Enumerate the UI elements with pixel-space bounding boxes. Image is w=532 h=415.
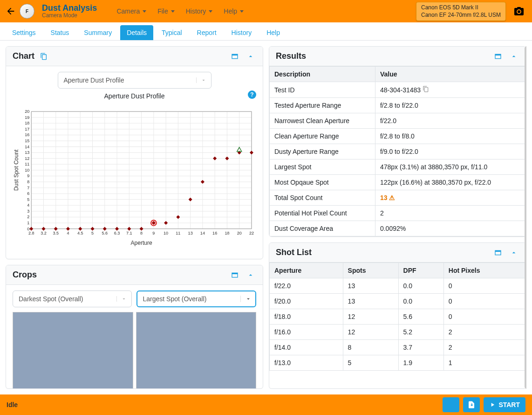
results-desc-cell: Most Opqaue Spot: [270, 175, 375, 190]
svg-text:5: 5: [91, 231, 94, 235]
svg-text:Aperture: Aperture: [130, 240, 152, 246]
tab-help[interactable]: Help: [260, 25, 286, 40]
window-icon[interactable]: [492, 53, 504, 60]
shotlist-cell: 13: [343, 294, 398, 309]
shotlist-cell: f/16.0: [270, 325, 343, 340]
table-row: Most Opqaue Spot122px (16.6%) at 3880,35…: [270, 175, 526, 190]
back-button[interactable]: [6, 6, 16, 16]
tab-typical[interactable]: Typical: [155, 25, 189, 40]
chevron-up-icon[interactable]: [508, 53, 519, 60]
svg-text:4: 4: [67, 231, 69, 235]
results-panel-body: DescriptionValue Test ID48-304-31483Test…: [269, 66, 526, 236]
export-button[interactable]: [463, 397, 480, 412]
crop-image-right: [136, 312, 257, 388]
results-value-cell: f/22.0: [375, 113, 525, 129]
tab-summary[interactable]: Summary: [77, 25, 118, 40]
window-icon[interactable]: [492, 249, 504, 256]
menu-file[interactable]: File: [153, 6, 179, 17]
svg-text:6.3: 6.3: [114, 231, 120, 235]
menu-camera[interactable]: Camera: [112, 6, 151, 17]
crops-left-select[interactable]: Darkest Spot (Overall): [13, 290, 132, 307]
svg-text:14: 14: [25, 145, 29, 149]
copy-icon[interactable]: [38, 53, 49, 60]
settings-button[interactable]: [443, 397, 459, 412]
results-value-cell: f/2.8 to f/22.0: [375, 98, 525, 113]
svg-text:12: 12: [25, 156, 29, 161]
chart-select[interactable]: Aperture Dust Profile: [58, 72, 211, 89]
results-desc-cell: Dust Coverage Area: [270, 221, 375, 236]
menu-history[interactable]: History: [181, 6, 218, 17]
start-button[interactable]: START: [484, 397, 525, 412]
results-header-cell: Value: [375, 67, 525, 82]
results-desc-cell: Tested Aperture Range: [270, 98, 375, 113]
top-bar: F Dust Analysis Camera Mode CameraFileHi…: [0, 0, 532, 22]
results-panel-title: Results: [276, 51, 306, 61]
svg-text:8: 8: [140, 231, 143, 235]
shotlist-cell: 0: [443, 278, 525, 294]
chevron-up-icon[interactable]: [245, 271, 256, 279]
tab-history[interactable]: History: [225, 25, 259, 40]
start-button-label: START: [498, 401, 520, 408]
shotlist-table: ApertureSpotsDPFHot Pixels f/22.0130.00f…: [269, 263, 526, 371]
chevron-down-icon: [240, 296, 255, 302]
table-row: Clean Aperture Rangef/2.8 to f/8.0: [270, 129, 526, 144]
chart-panel-body: Aperture Dust Profile ? Aperture Dust Pr…: [6, 66, 263, 259]
shotlist-header-cell: Aperture: [270, 263, 343, 278]
tab-details[interactable]: Details: [120, 25, 153, 40]
tab-report[interactable]: Report: [191, 25, 223, 40]
camera-info-badge: Canon EOS 5D Mark II Canon EF 24-70mm f/…: [416, 2, 506, 21]
svg-text:15: 15: [25, 138, 29, 143]
window-icon[interactable]: [229, 53, 240, 60]
svg-text:2: 2: [27, 215, 29, 220]
table-row: f/14.083.72: [270, 340, 526, 355]
svg-text:14: 14: [200, 231, 205, 235]
right-column: Results DescriptionValue Test ID48-304-3…: [269, 46, 526, 389]
app-logo: F: [20, 4, 34, 19]
camera-icon[interactable]: [513, 6, 525, 18]
warning-icon: ⚠: [389, 194, 395, 201]
table-row: Dusty Aperture Rangef/9.0 to f/22.0: [270, 144, 526, 159]
chart-panel-header: Chart: [6, 47, 263, 66]
svg-text:19: 19: [25, 115, 29, 120]
results-desc-cell: Narrowest Clean Aperture: [270, 113, 375, 129]
shotlist-cell: 0.0: [398, 278, 443, 294]
chevron-down-icon: [196, 77, 211, 83]
results-value-cell: 0.0092%: [375, 221, 525, 236]
shotlist-panel-title: Shot List: [276, 248, 312, 257]
crop-image-left: [13, 312, 133, 388]
chevron-up-icon[interactable]: [245, 53, 256, 60]
shotlist-cell: 0: [443, 309, 525, 325]
shotlist-cell: f/13.0: [270, 355, 343, 371]
results-value-cell: f/2.8 to f/8.0: [375, 129, 525, 144]
tab-status[interactable]: Status: [44, 25, 76, 40]
shotlist-panel: Shot List ApertureSpotsDPFHot Pixels f/2…: [269, 242, 526, 389]
chevron-up-icon[interactable]: [508, 249, 519, 256]
svg-text:11: 11: [25, 162, 29, 166]
results-desc-cell: Test ID: [270, 82, 375, 98]
shotlist-cell: 5.2: [398, 325, 443, 340]
tab-settings[interactable]: Settings: [6, 25, 42, 40]
svg-text:4.5: 4.5: [77, 231, 83, 235]
bottom-bar: Idle START: [0, 394, 532, 415]
window-icon[interactable]: [229, 271, 240, 279]
top-menu-bar: CameraFileHistoryHelp: [112, 6, 248, 17]
svg-text:9: 9: [27, 174, 29, 179]
crops-panel-body: Darkest Spot (Overall) Largest Spot (Ove…: [6, 285, 263, 388]
menu-help[interactable]: Help: [219, 6, 248, 17]
svg-text:13: 13: [188, 231, 193, 235]
results-desc-cell: Clean Aperture Range: [270, 129, 375, 144]
shotlist-cell: f/18.0: [270, 309, 343, 325]
shotlist-cell: 2: [443, 325, 525, 340]
copy-icon[interactable]: [423, 86, 429, 94]
svg-text:7.1: 7.1: [126, 231, 132, 235]
svg-text:3.5: 3.5: [53, 231, 59, 235]
app-subtitle: Camera Mode: [42, 12, 97, 19]
table-row: f/20.0130.00: [270, 294, 526, 309]
help-icon[interactable]: ?: [248, 90, 256, 99]
shotlist-cell: f/22.0: [270, 278, 343, 294]
chart-area: ? Aperture Dust Profile 0123456789101112…: [13, 92, 256, 253]
table-row: Test ID48-304-31483: [270, 82, 526, 98]
crops-right-select[interactable]: Largest Spot (Overall): [136, 290, 257, 307]
results-value-cell: 2: [375, 206, 525, 221]
shotlist-cell: 1: [443, 355, 525, 371]
